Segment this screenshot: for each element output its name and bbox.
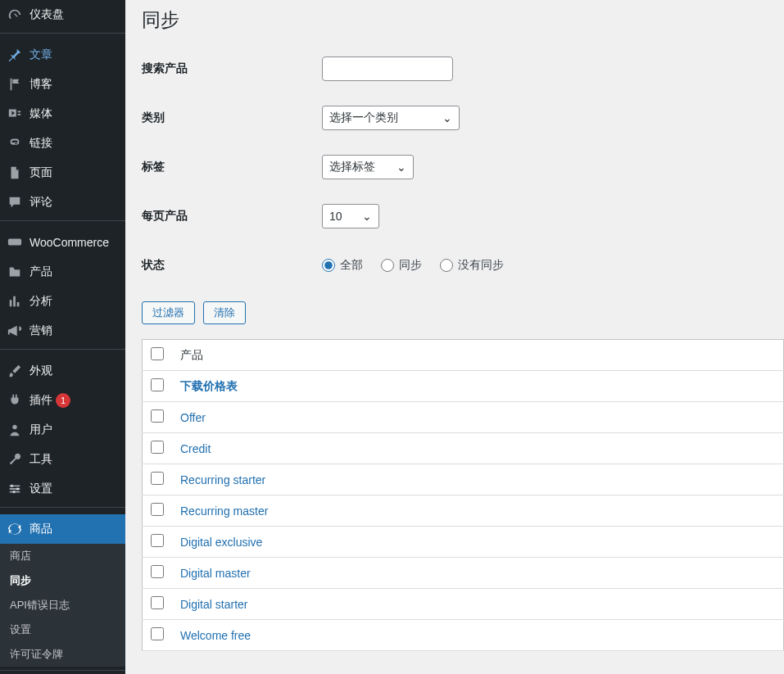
sidebar-item-label: 商品 (29, 522, 52, 536)
sidebar-item-comments[interactable]: 评论 (0, 188, 125, 217)
product-icon (7, 264, 23, 280)
filter-button[interactable]: 过滤器 (142, 301, 195, 324)
sidebar-item-products[interactable]: 产品 (0, 257, 125, 287)
separator (0, 33, 125, 37)
separator (0, 349, 125, 353)
sidebar-item-label: 营销 (29, 323, 52, 338)
sidebar-item-posts[interactable]: 文章 (0, 40, 125, 70)
sidebar-item-pages[interactable]: 页面 (0, 158, 125, 188)
sidebar-item-analytics[interactable]: 分析 (0, 287, 125, 316)
status-option-sync[interactable]: 同步 (381, 258, 422, 273)
sidebar-submenu: 商店 同步 API错误日志 设置 许可证令牌 (0, 544, 125, 667)
page-title: 同步 (142, 0, 784, 33)
sliders-icon (7, 481, 23, 497)
row-checkbox[interactable] (151, 503, 164, 516)
sidebar-item-marketing[interactable]: 营销 (0, 316, 125, 346)
sidebar-item-settings[interactable]: 设置 (0, 474, 125, 504)
sidebar-item-appearance[interactable]: 外观 (0, 356, 125, 386)
sidebar-item-label: 仪表盘 (29, 7, 64, 22)
sidebar-item-label: 设置 (29, 482, 52, 496)
row-checkbox[interactable] (151, 472, 164, 485)
sidebar-item-blog[interactable]: 博客 (0, 70, 125, 99)
product-link[interactable]: 下载价格表 (180, 379, 238, 392)
status-radio-all[interactable] (322, 259, 335, 272)
gauge-icon (7, 7, 23, 23)
sidebar-item-dashboard[interactable]: 仪表盘 (0, 0, 125, 29)
product-link[interactable]: Offer (180, 411, 206, 424)
row-checkbox[interactable] (151, 378, 164, 391)
sidebar-item-plugins[interactable]: 插件 1 (0, 386, 125, 415)
tag-select[interactable]: 选择标签 ⌄ (322, 155, 414, 179)
search-input[interactable] (322, 57, 453, 81)
products-table: 产品 下载价格表OfferCreditRecurring starterRecu… (142, 339, 784, 651)
svg-point-1 (12, 425, 16, 429)
chevron-down-icon: ⌄ (442, 111, 452, 124)
chevron-down-icon: ⌄ (362, 210, 372, 223)
row-checkbox[interactable] (151, 409, 164, 423)
tag-value: 选择标签 (329, 160, 375, 174)
brush-icon (7, 363, 23, 379)
submenu-sync[interactable]: 同步 (0, 568, 125, 593)
perpage-label: 每页产品 (142, 209, 322, 224)
sidebar-item-label: 外观 (29, 364, 52, 378)
submenu-store[interactable]: 商店 (0, 544, 125, 568)
chevron-down-icon: ⌄ (397, 161, 406, 174)
sidebar-item-label: WooCommerce (29, 236, 109, 249)
status-radio-group: 全部 同步 没有同步 (322, 258, 784, 273)
status-option-all[interactable]: 全部 (322, 258, 363, 273)
table-row: Recurring master (143, 495, 784, 527)
chart-icon (7, 293, 23, 310)
wrench-icon (7, 451, 23, 468)
status-radio-label: 同步 (399, 258, 422, 273)
table-row: Welcome free (143, 620, 784, 651)
product-link[interactable]: Digital master (180, 567, 251, 580)
status-radio-sync[interactable] (381, 259, 394, 272)
table-row: Digital master (143, 558, 784, 589)
row-checkbox[interactable] (151, 441, 164, 454)
sidebar-item-label: 插件 (29, 393, 52, 408)
select-all-checkbox[interactable] (151, 347, 164, 360)
category-value: 选择一个类别 (329, 111, 398, 125)
status-label: 状态 (142, 258, 322, 273)
status-radio-nosync[interactable] (440, 259, 453, 272)
product-link[interactable]: Credit (180, 442, 211, 455)
submenu-license[interactable]: 许可证令牌 (0, 642, 125, 667)
perpage-value: 10 (329, 210, 342, 223)
row-checkbox[interactable] (151, 596, 164, 609)
sidebar-item-users[interactable]: 用户 (0, 415, 125, 445)
comment-icon (7, 194, 23, 210)
table-header-product: 产品 (172, 340, 784, 371)
row-checkbox[interactable] (151, 534, 164, 547)
row-checkbox[interactable] (151, 565, 164, 578)
separator (0, 507, 125, 511)
sidebar-item-woocommerce[interactable]: WooCommerce (0, 228, 125, 257)
table-row: Credit (143, 433, 784, 464)
sidebar-item-tools[interactable]: 工具 (0, 445, 125, 474)
table-row: Digital exclusive (143, 527, 784, 558)
sidebar-item-media[interactable]: 媒体 (0, 99, 125, 129)
separator (0, 220, 125, 224)
sidebar-item-label: 链接 (29, 136, 52, 151)
admin-sidebar: 仪表盘 文章 博客 媒体 链接 页面 评论 WooCommerce 产品 分析 (0, 0, 125, 674)
submenu-settings[interactable]: 设置 (0, 617, 125, 642)
product-link[interactable]: Welcome free (180, 629, 251, 642)
product-link[interactable]: Digital exclusive (180, 536, 262, 549)
table-row: Recurring starter (143, 464, 784, 495)
status-radio-label: 没有同步 (458, 258, 504, 273)
perpage-select[interactable]: 10 ⌄ (322, 204, 379, 228)
table-row: 下载价格表 (143, 371, 784, 402)
pin-icon (7, 47, 23, 63)
category-select[interactable]: 选择一个类别 ⌄ (322, 106, 460, 130)
sidebar-item-label: 产品 (29, 265, 52, 279)
product-link[interactable]: Recurring starter (180, 473, 265, 486)
product-link[interactable]: Digital starter (180, 598, 247, 611)
product-link[interactable]: Recurring master (180, 504, 268, 518)
sidebar-item-links[interactable]: 链接 (0, 129, 125, 158)
row-checkbox[interactable] (151, 627, 164, 640)
status-option-nosync[interactable]: 没有同步 (440, 258, 504, 273)
tag-label: 标签 (142, 160, 322, 174)
sidebar-item-merchandise[interactable]: 商品 (0, 514, 125, 544)
submenu-apilog[interactable]: API错误日志 (0, 593, 125, 617)
clear-button[interactable]: 清除 (203, 301, 246, 324)
flag-icon (7, 76, 23, 93)
